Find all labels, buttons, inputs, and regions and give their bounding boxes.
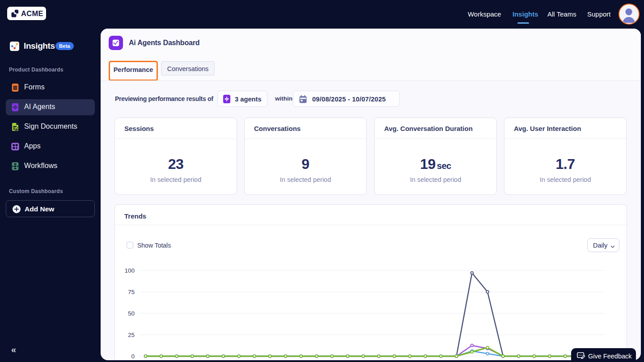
svg-text:75: 75: [128, 289, 135, 295]
svg-text:50: 50: [128, 310, 135, 317]
svg-text:25: 25: [128, 332, 135, 338]
svg-text:0: 0: [131, 353, 135, 360]
svg-text:100: 100: [124, 267, 135, 274]
